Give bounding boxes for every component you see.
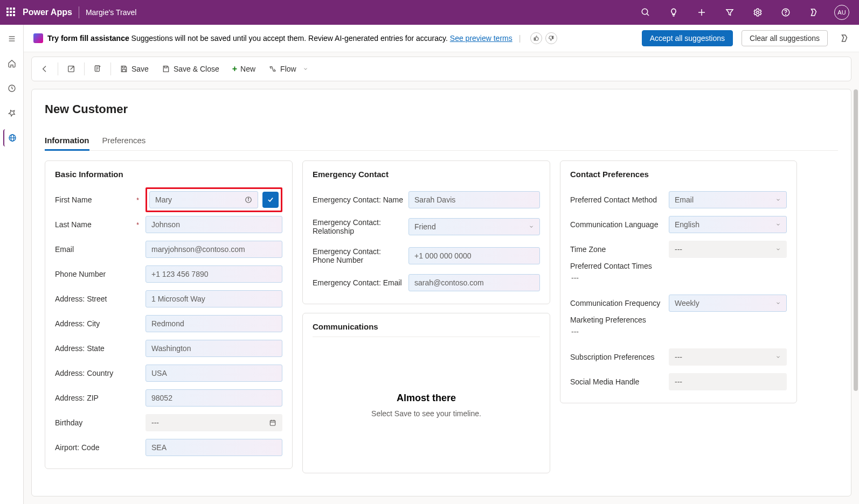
last-name-label: Last Name (55, 220, 141, 229)
preferences-card: Contact Preferences Preferred Contact Me… (560, 160, 797, 403)
freq-field[interactable]: Weekly (669, 295, 787, 312)
emerg-phone-label: Emergency Contact: Phone Number (313, 247, 404, 264)
flow-button[interactable]: Flow (263, 61, 314, 76)
chevron-down-icon (775, 247, 781, 252)
app-header: Power Apps Margie's Travel AU (0, 0, 859, 25)
zip-field[interactable]: 98052 (146, 389, 282, 407)
emerg-phone-field[interactable]: +1 000 000 0000 (408, 247, 540, 264)
environment-name[interactable]: Margie's Travel (86, 8, 136, 17)
city-field[interactable]: Redmond (146, 315, 282, 332)
svg-rect-17 (122, 69, 125, 72)
basic-info-heading: Basic Information (55, 170, 282, 179)
birthday-field[interactable]: --- (146, 414, 282, 431)
social-field[interactable]: --- (669, 373, 787, 390)
timeline-empty-title: Almost there (397, 393, 456, 404)
form-assist-icon[interactable] (88, 61, 107, 76)
birthday-label: Birthday (55, 418, 141, 427)
page-title: New Customer (45, 102, 838, 116)
mkt-value[interactable]: --- (570, 325, 580, 338)
street-label: Address: Street (55, 295, 141, 303)
emergency-heading: Emergency Contact (313, 170, 540, 179)
emerg-name-field[interactable]: Sarah Davis (408, 191, 540, 208)
thumbs-down-icon[interactable] (545, 32, 557, 44)
save-close-button[interactable]: Save & Close (156, 61, 225, 76)
clear-all-button[interactable]: Clear all suggestions (742, 30, 828, 46)
communications-card: Communications Almost there Select Save … (302, 313, 550, 473)
method-field[interactable]: Email (669, 191, 787, 208)
lang-label: Communication Language (570, 220, 664, 229)
first-name-highlight: Mary (146, 187, 282, 212)
chevron-down-icon (775, 222, 781, 227)
open-in-new-icon[interactable] (61, 61, 81, 76)
notice-text: Suggestions will not be saved until you … (129, 34, 450, 43)
freq-label: Communication Frequency (570, 299, 664, 307)
filter-icon[interactable] (719, 0, 740, 25)
mkt-label: Marketing Preferences (570, 316, 646, 324)
state-label: Address: State (55, 344, 141, 353)
last-name-field[interactable]: Johnson (146, 216, 282, 233)
first-name-field[interactable]: Mary (149, 191, 258, 208)
svg-rect-22 (270, 421, 275, 425)
phone-label: Phone Number (55, 270, 141, 278)
email-label: Email (55, 245, 141, 254)
info-icon[interactable] (245, 196, 252, 204)
tab-preferences[interactable]: Preferences (102, 131, 146, 150)
lightbulb-icon[interactable] (663, 0, 684, 25)
search-icon[interactable] (635, 0, 656, 25)
emerg-name-label: Emergency Contact: Name (313, 195, 404, 204)
save-button[interactable]: Save (114, 61, 154, 76)
method-label: Preferred Contact Method (570, 195, 664, 204)
gear-icon[interactable] (747, 0, 768, 25)
state-field[interactable]: Washington (146, 340, 282, 357)
pin-icon[interactable] (3, 104, 20, 122)
app-name: Power Apps (23, 8, 72, 17)
record-page: New Customer Information Preferences Bas… (31, 89, 851, 496)
first-name-label: First Name (55, 195, 141, 204)
tz-field[interactable]: --- (669, 241, 787, 258)
phone-field[interactable]: +1 123 456 7890 (146, 265, 282, 283)
email-field[interactable]: maryjohnson@contoso.com (146, 241, 282, 258)
globe-icon[interactable] (3, 129, 20, 146)
airport-label: Airport: Code (55, 443, 141, 452)
header-divider (79, 6, 79, 18)
copilot-header-icon[interactable] (803, 0, 825, 25)
country-field[interactable]: USA (146, 365, 282, 382)
svg-point-6 (786, 14, 786, 15)
emerg-email-field[interactable]: sarah@contoso.com (408, 274, 540, 291)
accept-all-button[interactable]: Accept all suggestions (642, 30, 733, 46)
home-icon[interactable] (3, 55, 20, 72)
times-label: Preferred Contact Times (570, 262, 652, 270)
copilot-pane-icon[interactable] (840, 33, 849, 43)
thumbs-up-icon[interactable] (530, 32, 542, 44)
sub-field[interactable]: --- (669, 348, 787, 366)
scrollbar[interactable] (854, 89, 858, 423)
timeline-empty-text: Select Save to see your timeline. (371, 409, 481, 418)
emerg-rel-field[interactable]: Friend (408, 218, 540, 235)
hamburger-icon[interactable] (3, 30, 20, 47)
tab-information[interactable]: Information (45, 131, 89, 151)
ai-notice-bar: Try form fill assistance Suggestions wil… (24, 25, 859, 52)
accept-suggestion-button[interactable] (262, 192, 279, 208)
recent-icon[interactable] (3, 80, 20, 97)
preferences-heading: Contact Preferences (570, 170, 787, 179)
preview-terms-link[interactable]: See preview terms (450, 34, 512, 43)
calendar-icon[interactable] (269, 419, 276, 426)
svg-point-0 (642, 9, 648, 15)
add-icon[interactable] (691, 0, 712, 25)
svg-line-1 (647, 13, 649, 16)
emergency-card: Emergency Contact Emergency Contact: Nam… (302, 160, 550, 304)
lang-field[interactable]: English (669, 216, 787, 233)
command-bar: Save Save & Close +New Flow (31, 57, 851, 81)
tz-label: Time Zone (570, 245, 664, 254)
times-value[interactable]: --- (570, 271, 580, 284)
nav-rail (0, 25, 24, 504)
avatar[interactable]: AU (831, 0, 853, 25)
airport-field[interactable]: SEA (146, 439, 282, 456)
waffle-icon[interactable] (6, 8, 16, 17)
back-button[interactable] (35, 61, 54, 76)
new-button[interactable]: +New (227, 61, 261, 77)
help-icon[interactable] (775, 0, 796, 25)
svg-point-21 (248, 198, 248, 199)
chevron-down-icon (775, 197, 781, 202)
street-field[interactable]: 1 Microsoft Way (146, 290, 282, 307)
